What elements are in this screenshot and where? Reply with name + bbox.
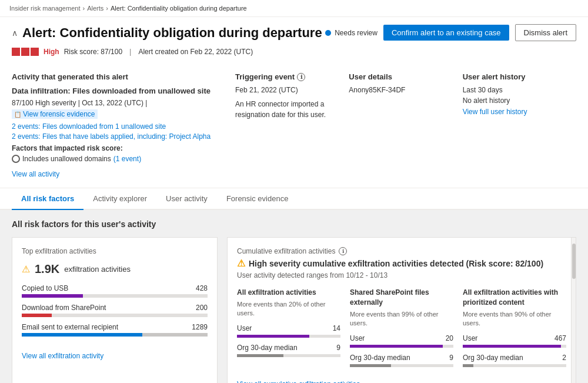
factor-item: Includes unallowed domains (1 event) [12,155,223,163]
bar-label-row-sharepoint: Download from SharePoint 200 [22,304,208,312]
metric-median-row-3: Org 30-day median 2 [463,354,566,362]
forensic-link-container[interactable]: 📋 View forensic evidence [12,109,98,119]
user-alert-history-title: User alert history [463,72,564,81]
needs-review-label: Needs review [335,29,377,37]
confirm-alert-button[interactable]: Confirm alert to an existing case [383,25,509,41]
metric-user-label-1: User [237,324,252,332]
top-exfiltration-panel: Top exfiltration activities ⚠ 1.9K exfil… [12,237,218,383]
bar-label-row-email: Email sent to external recipient 1289 [22,323,208,331]
view-all-cumulative-link[interactable]: View all cumulative exfiltration activit… [237,380,360,383]
top-exfiltration-panel-title: Top exfiltration activities [22,247,208,255]
metric-user-value-3: 467 [554,334,566,342]
bar-fill-email-gray [142,333,208,337]
risk-grid: Top exfiltration activities ⚠ 1.9K exfil… [12,237,576,383]
high-severity-title: ⚠ High severity cumulative exfiltration … [237,258,566,269]
metric-median-label-1: Org 30-day median [237,344,298,352]
risk-bar: High Risk score: 87/100 | Alert created … [12,45,576,63]
metric-median-value-2: 9 [449,354,453,362]
metric-median-row-1: Org 30-day median 9 [237,344,340,352]
collapse-icon[interactable]: ∧ [12,28,18,38]
metric-median-label-3: Org 30-day median [463,354,523,362]
metric-median-bar-fill-3 [463,364,473,367]
cumulative-header: Cumulative exfiltration activities ℹ [237,247,566,255]
trigger-description: An HR connector imported a resignation d… [235,99,337,120]
forensic-evidence-link[interactable]: View forensic evidence [23,110,95,118]
dismiss-alert-button[interactable]: Dismiss alert [515,24,576,41]
metric-user-label-2: User [350,334,365,342]
bar-track-email [22,333,208,337]
bar-item-email: Email sent to external recipient 1289 [22,323,208,337]
page-title: Alert: Confidentiality obligation during… [22,25,325,41]
cumulative-info-icon[interactable]: ℹ [339,247,347,255]
date-range: User activity detected ranges from 10/12… [237,271,566,279]
bar-item-usb: Copied to USB 428 [22,284,208,298]
bar-label-row-usb: Copied to USB 428 [22,284,208,292]
exfiltration-number: 1.9K [35,262,59,276]
risk-box-1 [12,48,20,56]
user-alert-history-col: User alert history Last 30 days No alert… [463,72,576,178]
scrollbar-thumb [572,244,576,279]
triggering-event-col: Triggering event ℹ Feb 21, 2022 (UTC) An… [235,72,349,178]
metric-col-2: Shared SharePoint files externally More … [350,288,453,372]
history-period: Last 30 days [463,86,564,94]
bar-fill-usb [22,294,83,298]
sep-dot: | [129,47,131,56]
breadcrumb: Insider risk management › Alerts › Alert… [0,0,588,17]
tab-activity-explorer[interactable]: Activity explorer [83,188,156,210]
view-all-exfiltration-link[interactable]: View all exfiltration activity [22,352,103,360]
metric-median-bar-track-1 [237,354,340,357]
view-all-activity-link[interactable]: View all activity [12,170,59,178]
metric-desc-2: More events than 99% of other users. [350,310,453,328]
triggering-info-icon[interactable]: ℹ [297,73,305,81]
history-none: No alert history [463,96,564,105]
bar-value-usb: 428 [196,284,208,292]
trigger-date: Feb 21, 2022 (UTC) [235,86,337,94]
needs-review-status: Needs review [325,29,377,37]
metric-median-value-3: 2 [562,354,566,362]
metric-col-1: All exfiltration activities More events … [237,288,340,372]
metrics-grid: All exfiltration activities More events … [237,288,566,372]
breadcrumb-item-2[interactable]: Alerts [87,5,103,12]
risk-indicators [12,48,39,56]
metric-title-3: All exfiltration activities with priorit… [463,288,566,308]
breadcrumb-sep-1: › [82,5,85,12]
cumulative-panel-title: Cumulative exfiltration activities [237,247,335,255]
risk-box-2 [21,48,29,56]
forensic-icon: 📋 [14,111,21,118]
metric-median-bar-fill-2 [350,364,391,367]
factor-event-link[interactable]: (1 event) [113,155,141,163]
risk-level-label: High [44,48,59,56]
metric-user-bar-track-2 [350,345,453,348]
metric-median-row-2: Org 30-day median 9 [350,354,453,362]
metric-col-3: All exfiltration activities with priorit… [463,288,566,372]
user-id: Anony85KF-34DF [349,86,450,94]
breadcrumb-item-1[interactable]: Insider risk management [9,5,80,12]
view-full-history-link[interactable]: View full user history [463,108,527,116]
needs-review-dot [325,30,331,36]
breadcrumb-sep-2: › [106,5,108,12]
tabs: All risk factors Activity explorer User … [12,188,576,209]
tab-user-activity[interactable]: User activity [156,188,217,210]
metric-user-row-3: User 467 [463,334,566,342]
tab-all-risk-factors[interactable]: All risk factors [12,188,83,210]
breadcrumb-current: Alert: Confidentiality obligation during… [111,5,247,12]
metric-desc-1: More events than 20% of other users. [237,300,340,318]
tabs-section: All risk factors Activity explorer User … [0,188,588,210]
bar-track-usb [22,294,208,298]
metric-user-bar-fill-3 [463,345,561,348]
metric-title-1: All exfiltration activities [237,288,340,298]
triggering-event-label: Triggering event [235,72,295,81]
activity-section-title: Activity that generated this alert [12,72,223,81]
event-link-2[interactable]: 2 events: Files that have labels applied… [12,132,223,141]
scrollbar[interactable] [571,238,576,383]
metric-user-label-3: User [463,334,477,342]
event-link-1[interactable]: 2 events: Files downloaded from 1 unallo… [12,122,223,131]
tab-forensic-evidence[interactable]: Forensic evidence [217,188,298,210]
risk-box-3 [31,48,39,56]
bar-item-sharepoint: Download from SharePoint 200 [22,304,208,317]
high-severity-text: High severity cumulative exfiltration ac… [249,259,543,268]
activity-col: Activity that generated this alert Data … [12,72,235,178]
metric-user-value-1: 14 [333,324,340,332]
bar-track-sharepoint [22,314,208,317]
main-content: All risk factors for this user's activit… [0,210,588,383]
